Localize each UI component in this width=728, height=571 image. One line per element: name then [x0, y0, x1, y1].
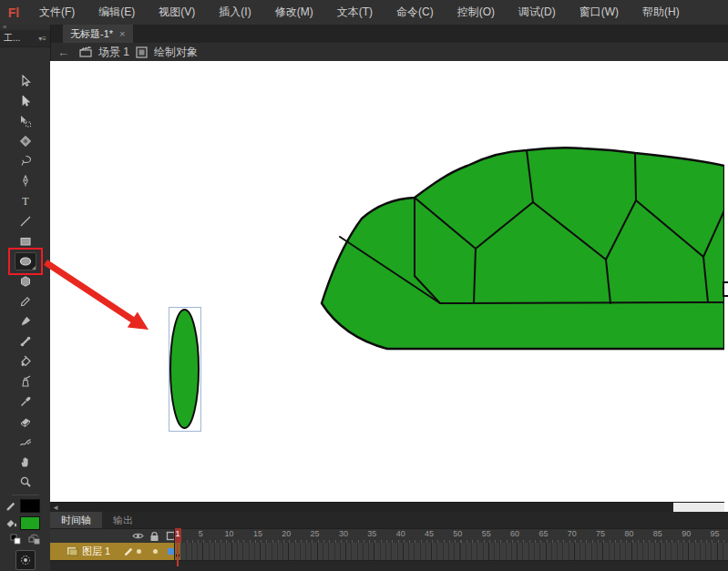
- document-tab-strip: 无标题-1* ×: [50, 25, 728, 43]
- fill-color-swatch[interactable]: [20, 516, 40, 530]
- menu-item[interactable]: 帮助(H): [631, 0, 692, 25]
- menu-item[interactable]: 视图(V): [147, 0, 207, 25]
- menu-item[interactable]: 插入(I): [207, 0, 262, 25]
- drawing-object-icon: [136, 46, 148, 58]
- text-tool[interactable]: T: [15, 192, 36, 210]
- oval-tool[interactable]: [15, 252, 36, 270]
- menu-item[interactable]: 控制(O): [446, 0, 507, 25]
- stroke-color-row: [5, 499, 46, 513]
- ruler-frame-number: 55: [482, 529, 491, 538]
- selected-oval-shape[interactable]: [169, 308, 201, 432]
- object-drawing-icon: [19, 554, 32, 566]
- menu-item[interactable]: 编辑(E): [87, 0, 147, 25]
- menu-item[interactable]: 文件(F): [27, 0, 87, 25]
- pencil-tool[interactable]: [15, 292, 36, 311]
- ruler-frame-number: 50: [453, 529, 462, 538]
- ruler-frame-number: 10: [225, 529, 234, 538]
- ruler-frame-number: 35: [367, 529, 376, 538]
- ink-bottle-tool[interactable]: [15, 372, 36, 391]
- ruler-frame-number: 85: [653, 529, 662, 538]
- ruler-frame-number: 25: [311, 529, 320, 538]
- ruler-frame-number: 60: [510, 529, 519, 538]
- layer-icon: [67, 546, 78, 556]
- close-icon[interactable]: ×: [119, 28, 125, 39]
- object-drawing-toggle[interactable]: [15, 550, 36, 570]
- timeline-footer: [50, 560, 728, 571]
- bone-tool[interactable]: [15, 332, 36, 351]
- menu-item[interactable]: 调试(D): [507, 0, 568, 25]
- layer-row[interactable]: 图层 1: [50, 543, 728, 560]
- clipped-edge-object: [723, 281, 728, 297]
- flash-window: Fl 文件(F)编辑(E)视图(V)插入(I)修改(M)文本(T)命令(C)控制…: [0, 0, 728, 571]
- breadcrumb-object: 绘制对象: [154, 45, 198, 60]
- hand-tool[interactable]: [15, 453, 36, 471]
- ruler-frame-number: 80: [624, 529, 633, 538]
- document-title: 无标题-1*: [70, 27, 113, 41]
- subselection-tool[interactable]: [15, 92, 36, 110]
- ruler-frame-number: 65: [538, 529, 548, 538]
- scene-icon: [79, 46, 92, 57]
- tools-panel-title: 工...: [4, 32, 20, 45]
- svg-text:T: T: [22, 195, 29, 208]
- tools-panel: « 工... ▾≡ T: [0, 25, 51, 571]
- stroke-pencil-icon: [5, 500, 17, 513]
- ruler-frame-number: 30: [339, 529, 348, 538]
- pen-tool[interactable]: [15, 172, 36, 190]
- paint-bucket-tool[interactable]: [15, 352, 36, 371]
- lock-icon[interactable]: [149, 531, 159, 542]
- layer-name[interactable]: 图层 1: [82, 545, 110, 558]
- ruler-frame-number: 90: [682, 529, 691, 538]
- spray-brush-tool[interactable]: [15, 433, 36, 451]
- default-colors-icon[interactable]: [10, 534, 21, 545]
- document-tab[interactable]: 无标题-1* ×: [63, 25, 133, 43]
- tutorial-highlight-box: [8, 248, 43, 275]
- timeline-panel: 时间轴 输出 151015202530354045505560657075808…: [50, 512, 728, 571]
- menu-items: 文件(F)编辑(E)视图(V)插入(I)修改(M)文本(T)命令(C)控制(O)…: [27, 0, 692, 25]
- eraser-tool[interactable]: [15, 413, 36, 431]
- selection-tool[interactable]: [15, 72, 36, 90]
- gradient-transform-tool[interactable]: [15, 132, 36, 150]
- fill-bucket-icon: [5, 517, 17, 530]
- menu-item[interactable]: 窗口(W): [568, 0, 631, 25]
- zoom-tool[interactable]: [15, 473, 36, 491]
- show-hide-eye-icon[interactable]: [132, 531, 144, 541]
- eyedropper-tool[interactable]: [15, 393, 36, 411]
- ruler-frame-number: 75: [596, 529, 605, 538]
- layer-frames[interactable]: [175, 543, 728, 560]
- playhead-line[interactable]: [177, 543, 179, 566]
- toolbar-separator: [12, 495, 39, 495]
- panel-menu-icon[interactable]: ▾≡: [38, 35, 46, 43]
- tab-output[interactable]: 输出: [102, 512, 144, 528]
- frame-ruler[interactable]: 15101520253035404550556065707580859095: [175, 528, 728, 543]
- ruler-frame-number: 20: [282, 529, 291, 538]
- ruler-frame-number: 70: [568, 529, 577, 538]
- ruler-frame-number: 5: [199, 529, 203, 538]
- edit-bar: ← 场景 1 绘制对象: [50, 43, 728, 62]
- back-arrow-icon[interactable]: ←: [50, 46, 73, 59]
- tab-timeline[interactable]: 时间轴: [50, 512, 102, 528]
- breadcrumb-scene[interactable]: 场景 1: [98, 45, 129, 60]
- layer-visible-dot[interactable]: [137, 549, 141, 554]
- ruler-frame-number: 15: [253, 529, 262, 538]
- menu-item[interactable]: 命令(C): [385, 0, 446, 25]
- stage-canvas[interactable]: [50, 61, 724, 502]
- editing-pencil-icon: [123, 546, 135, 557]
- polystar-tool[interactable]: [15, 272, 36, 291]
- stroke-color-swatch[interactable]: [20, 499, 40, 513]
- menu-item[interactable]: 修改(M): [263, 0, 325, 25]
- free-transform-tool[interactable]: [15, 112, 36, 130]
- menu-item[interactable]: 文本(T): [325, 0, 385, 25]
- ruler-frame-number: 40: [396, 529, 405, 538]
- layer-lock-dot[interactable]: [153, 549, 158, 554]
- app-logo: Fl: [0, 5, 27, 20]
- ruler-frame-number: 45: [425, 529, 434, 538]
- menu-bar: Fl 文件(F)编辑(E)视图(V)插入(I)修改(M)文本(T)命令(C)控制…: [0, 0, 728, 25]
- brush-tool[interactable]: [15, 312, 36, 331]
- lasso-tool[interactable]: [15, 152, 36, 170]
- swap-colors-icon[interactable]: [28, 534, 41, 545]
- fill-color-row: [5, 516, 46, 530]
- layer-outline-swatch[interactable]: [168, 548, 174, 555]
- ruler-frame-number: 1: [176, 529, 180, 538]
- turtle-shell-shape[interactable]: [322, 148, 724, 349]
- line-tool[interactable]: [15, 212, 36, 230]
